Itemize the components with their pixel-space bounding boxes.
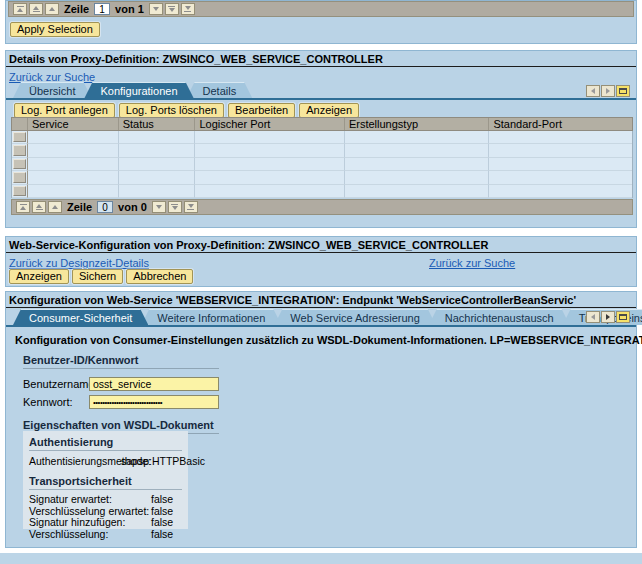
endpoint-tab-scroll xyxy=(586,311,630,323)
select-all-cell[interactable] xyxy=(12,118,28,130)
row-number-input[interactable] xyxy=(97,201,113,213)
arrow-down-icon xyxy=(156,205,162,209)
property-row: Signatur hinzufügen: false xyxy=(29,517,182,529)
apply-selection-button[interactable]: Apply Selection xyxy=(10,22,100,37)
endpoint-tab-strip: Consumer-Sicherheit Weitere Informatione… xyxy=(20,309,642,325)
pager-label: Zeile xyxy=(64,3,89,15)
table-row xyxy=(12,144,632,157)
first-row-button[interactable] xyxy=(13,3,27,15)
endpoint-title: Konfiguration von Web-Service 'WEBSERVIC… xyxy=(6,293,636,308)
tab-uebersicht[interactable]: Übersicht xyxy=(13,82,91,98)
proxy-tab-scroll xyxy=(586,85,630,97)
proxy-details-panel: Details von Proxy-Definition: ZWSINCO_WE… xyxy=(5,50,637,228)
table-row xyxy=(12,185,632,198)
user-id-section-header: Benutzer-ID/Kennwort xyxy=(23,354,219,369)
col-status: Status xyxy=(119,118,196,130)
cancel-button[interactable]: Abbrechen xyxy=(126,269,193,284)
page-down-button[interactable] xyxy=(165,3,179,15)
display-button[interactable]: Anzeigen xyxy=(299,103,359,118)
tab-nachrichtenaustausch[interactable]: Nachrichtenaustausch xyxy=(429,309,570,325)
selection-pager: Zeile von 1 xyxy=(8,1,634,17)
property-label: Verschlüsselung: xyxy=(29,529,151,541)
username-row: Benutzername: xyxy=(23,377,219,391)
create-logport-button[interactable]: Log. Port anlegen xyxy=(14,103,115,118)
delete-logports-button[interactable]: Log. Ports löschen xyxy=(119,103,224,118)
property-value: false xyxy=(151,494,173,506)
first-row-button[interactable] xyxy=(16,201,30,213)
password-row: Kennwort: xyxy=(23,395,219,409)
page: Zeile von 1 Apply Selection Details von … xyxy=(0,0,642,564)
property-row: Signatur erwartet: false xyxy=(29,494,182,506)
auth-subheader: Authentisierung xyxy=(29,434,182,451)
chevron-right-icon xyxy=(606,314,610,320)
page-up-button[interactable] xyxy=(29,3,43,15)
arrow-up-icon xyxy=(49,7,55,11)
username-input[interactable] xyxy=(89,377,219,391)
col-logischer-port: Logischer Port xyxy=(195,118,345,130)
auth-method-row: Authentisierungsmethode: sapsp:HTTPBasic xyxy=(29,455,182,467)
tab-weitere-informationen[interactable]: Weitere Informationen xyxy=(141,309,281,325)
last-row-button[interactable] xyxy=(184,201,198,213)
endpoint-panel: Konfiguration von Web-Service 'WEBSERVIC… xyxy=(5,291,637,548)
table-row xyxy=(12,158,632,171)
row-down-button[interactable] xyxy=(149,3,163,15)
back-to-search-link[interactable]: Zurück zur Suche xyxy=(429,257,515,269)
row-selector[interactable] xyxy=(12,131,28,144)
tab-expand-button[interactable] xyxy=(616,311,630,323)
selection-panel: Zeile von 1 Apply Selection xyxy=(5,0,637,44)
scroll-bottom-icon xyxy=(185,6,191,10)
row-selector[interactable] xyxy=(12,158,28,171)
bottom-strip xyxy=(0,553,642,564)
proxy-tab-strip: Übersicht Konfigurationen Details xyxy=(20,82,252,98)
tab-scroll-left-button[interactable] xyxy=(586,311,600,323)
display-button[interactable]: Anzeigen xyxy=(9,269,69,284)
page-up-button[interactable] xyxy=(32,201,46,213)
row-number-input[interactable] xyxy=(94,3,110,15)
chevron-left-icon xyxy=(591,88,595,94)
row-selector[interactable] xyxy=(12,171,28,184)
tab-konfigurationen[interactable]: Konfigurationen xyxy=(84,82,193,98)
tab-strip-divider xyxy=(6,325,636,327)
password-label: Kennwort: xyxy=(23,396,89,408)
tab-ws-adressierung[interactable]: Web Service Adressierung xyxy=(274,309,435,325)
chevron-left-icon xyxy=(591,314,595,320)
back-to-designtime-link[interactable]: Zurück zu Designzeit-Details xyxy=(9,257,149,269)
pager-label: Zeile xyxy=(67,201,92,213)
tab-scroll-right-button[interactable] xyxy=(601,311,615,323)
row-up-button[interactable] xyxy=(45,3,59,15)
page-up-icon xyxy=(33,6,39,10)
last-row-button[interactable] xyxy=(181,3,195,15)
row-up-button[interactable] xyxy=(48,201,62,213)
ws-config-toolbar: Anzeigen Sichern Abbrechen xyxy=(9,269,193,284)
property-row: Verschlüsselung: false xyxy=(29,529,182,541)
save-button[interactable]: Sichern xyxy=(72,269,123,284)
col-erstellungstyp: Erstellungstyp xyxy=(345,118,490,130)
arrow-up-icon xyxy=(52,205,58,209)
tab-details[interactable]: Details xyxy=(187,82,253,98)
tab-consumer-sicherheit[interactable]: Consumer-Sicherheit xyxy=(13,309,148,325)
username-label: Benutzername: xyxy=(23,378,89,390)
pager-total: von 0 xyxy=(118,201,147,213)
transport-subheader: Transportsicherheit xyxy=(29,473,182,490)
password-input[interactable] xyxy=(89,395,219,409)
edit-button[interactable]: Bearbeiten xyxy=(228,103,295,118)
ws-config-title: Web-Service-Konfiguration von Proxy-Defi… xyxy=(6,238,636,253)
proxy-details-title: Details von Proxy-Definition: ZWSINCO_WE… xyxy=(6,52,636,67)
tab-scroll-right-button[interactable] xyxy=(601,85,615,97)
row-selector[interactable] xyxy=(12,144,28,157)
row-selector[interactable] xyxy=(12,185,28,198)
table-body xyxy=(11,131,633,198)
table-header-row: Service Status Logischer Port Erstellung… xyxy=(11,117,633,131)
tab-strip-divider xyxy=(6,98,636,100)
tab-expand-button[interactable] xyxy=(616,85,630,97)
logport-table: Service Status Logischer Port Erstellung… xyxy=(11,117,633,198)
wsdl-properties-box: Authentisierung Authentisierungsmethode:… xyxy=(23,431,188,529)
page-down-icon xyxy=(169,8,175,12)
table-row xyxy=(12,131,632,144)
page-down-button[interactable] xyxy=(168,201,182,213)
row-down-button[interactable] xyxy=(152,201,166,213)
window-icon xyxy=(619,88,627,94)
scroll-top-icon xyxy=(20,206,26,210)
tab-scroll-left-button[interactable] xyxy=(586,85,600,97)
arrow-down-icon xyxy=(153,7,159,11)
